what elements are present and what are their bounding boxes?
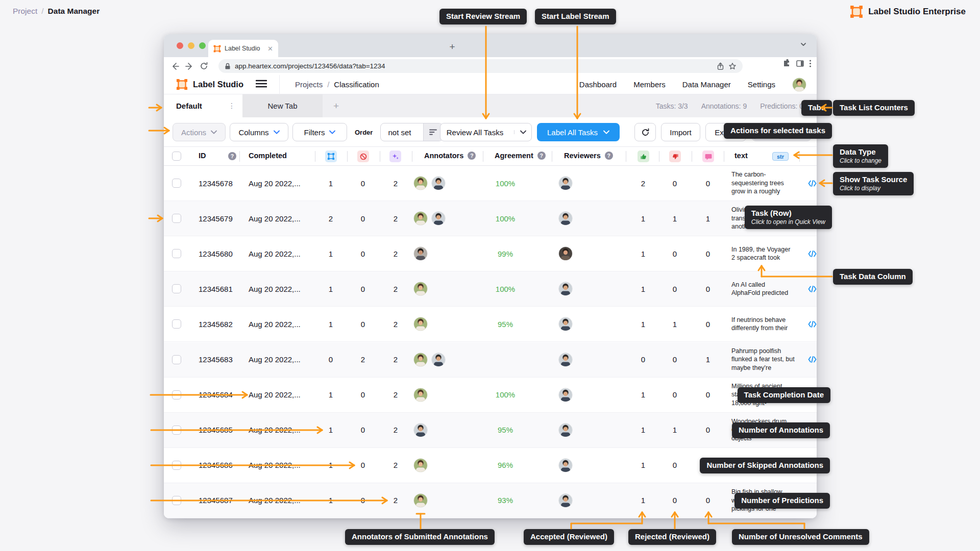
task-checkbox[interactable] <box>172 461 181 470</box>
order-control[interactable]: not set <box>380 123 443 141</box>
task-skipped-count: 0 <box>353 271 373 306</box>
task-text-data: The carbon-sequestering trees grow in a … <box>731 166 795 201</box>
task-id: 12345681 <box>199 271 247 306</box>
data-type-badge[interactable]: str <box>772 152 789 161</box>
view-tab-default[interactable]: Default ⋮ <box>164 94 242 117</box>
address-bar[interactable]: app.heartex.com/projects/123456/data?tab… <box>218 59 743 73</box>
task-row[interactable]: 12345684 Aug 20 2022,... 1 0 2 100% 1 0 … <box>164 378 817 413</box>
callout-num-annotations: Number of Annotations <box>732 422 830 438</box>
task-checkbox[interactable] <box>172 355 181 364</box>
column-header-text[interactable]: text <box>734 152 748 160</box>
new-tab-button[interactable]: + <box>446 41 459 53</box>
column-header-annotators[interactable]: Annotators? <box>424 152 476 160</box>
column-header-reviewers[interactable]: Reviewers? <box>564 152 613 160</box>
view-tab-new-tab[interactable]: New Tab <box>242 94 323 117</box>
bookmark-star-icon[interactable] <box>728 62 737 70</box>
task-checkbox[interactable] <box>172 214 181 223</box>
task-checkbox[interactable] <box>172 249 181 258</box>
column-header-agreement[interactable]: Agreement? <box>495 152 546 160</box>
actions-dropdown[interactable]: Actions <box>173 123 226 141</box>
task-accepted-count: 1 <box>633 378 653 412</box>
task-checkbox[interactable] <box>172 425 181 435</box>
add-view-tab-button[interactable]: + <box>333 101 339 112</box>
task-row[interactable]: 12345682 Aug 20 2022,... 1 0 2 95% 1 1 0… <box>164 307 817 342</box>
callout-task-data-column: Task Data Column <box>833 269 913 285</box>
columns-dropdown[interactable]: Columns <box>230 123 288 141</box>
task-accepted-count: 1 <box>633 483 653 518</box>
browser-tab[interactable]: Label Studio ✕ <box>208 40 278 57</box>
breadcrumb-projects-link[interactable]: Projects <box>295 80 323 89</box>
task-agreement <box>475 342 536 377</box>
tab-strip-chevron-icon[interactable] <box>799 40 807 51</box>
task-skipped-count: 0 <box>353 236 373 271</box>
show-source-code-icon[interactable] <box>803 307 817 341</box>
close-window-button[interactable] <box>177 42 183 49</box>
task-row[interactable]: 12345685 Aug 20 2022,... 1 0 2 95% 1 1 0… <box>164 413 817 448</box>
agreement-help-icon[interactable]: ? <box>537 152 546 160</box>
task-checkbox[interactable] <box>172 390 181 399</box>
user-avatar[interactable] <box>792 78 806 92</box>
task-annotations-count: 1 <box>321 166 341 201</box>
nav-settings[interactable]: Settings <box>748 80 775 89</box>
review-all-tasks-split-button[interactable]: Review All Tasks <box>440 123 532 141</box>
task-row[interactable]: 12345681 Aug 20 2022,... 1 0 2 100% 1 0 … <box>164 271 817 307</box>
skipped-annotations-icon[interactable] <box>357 151 369 162</box>
share-icon[interactable] <box>717 62 724 70</box>
callout-rejected: Rejected (Reviewed) <box>628 529 716 545</box>
tab-close-icon[interactable]: ✕ <box>267 45 273 53</box>
label-all-tasks-button[interactable]: Label All Tasks <box>537 123 620 141</box>
nav-dashboard[interactable]: Dashboard <box>579 80 617 89</box>
review-all-tasks-button[interactable]: Review All Tasks <box>440 128 509 137</box>
browser-menu-icon[interactable] <box>809 59 812 68</box>
label-options-chevron[interactable] <box>603 130 609 134</box>
annotations-count-icon[interactable] <box>325 151 337 162</box>
reviewers-help-icon[interactable]: ? <box>605 152 613 160</box>
filters-dropdown[interactable]: Filters <box>292 123 347 141</box>
review-options-chevron[interactable] <box>514 130 531 134</box>
order-value[interactable]: not set <box>381 128 419 137</box>
nav-members[interactable]: Members <box>633 80 666 89</box>
task-checkbox[interactable] <box>172 496 181 505</box>
task-skipped-count: 0 <box>353 201 373 236</box>
task-row[interactable]: 12345680 Aug 20 2022,... 1 0 2 99% 1 0 0… <box>164 236 817 271</box>
unresolved-comments-icon[interactable] <box>702 151 714 162</box>
breadcrumb-parent[interactable]: Project <box>13 7 37 16</box>
select-all-checkbox[interactable] <box>172 152 181 161</box>
task-checkbox[interactable] <box>172 319 181 329</box>
sidebar-toggle-icon[interactable] <box>796 59 804 68</box>
show-source-code-icon[interactable] <box>803 236 817 271</box>
zoom-window-button[interactable] <box>199 42 206 49</box>
show-source-code-icon[interactable] <box>803 166 817 201</box>
show-source-code-icon[interactable] <box>803 271 817 306</box>
column-header-id[interactable]: ID <box>199 152 206 160</box>
import-button[interactable]: Import <box>661 123 700 141</box>
task-row[interactable]: 12345679 Aug 20 2022,... 2 0 2 100% 1 1 … <box>164 201 817 236</box>
task-row[interactable]: 12345683 Aug 20 2022,... 0 2 2 0 0 1 Pah… <box>164 342 817 378</box>
extensions-puzzle-icon[interactable] <box>782 59 791 68</box>
refresh-button[interactable] <box>634 123 656 141</box>
column-header-completed[interactable]: Completed <box>249 152 287 160</box>
reload-button[interactable] <box>197 60 211 73</box>
annotator-avatar <box>431 176 446 190</box>
callout-num-predictions: Number of Predictions <box>734 493 830 509</box>
task-checkbox[interactable] <box>172 284 181 293</box>
back-button[interactable] <box>168 60 182 73</box>
task-checkbox[interactable] <box>172 179 181 188</box>
task-rejected-count: 0 <box>665 166 685 201</box>
task-text-data: In 1989, the Voyager 2 spacecraft took <box>731 236 795 271</box>
forward-button[interactable] <box>182 60 197 73</box>
callout-comments: Number of Unresolved Comments <box>732 529 869 545</box>
id-help-icon[interactable]: ? <box>228 152 236 160</box>
show-source-code-icon[interactable] <box>803 342 817 377</box>
task-row[interactable]: 12345678 Aug 20 2022,... 1 0 2 100% 2 0 … <box>164 166 817 201</box>
predictions-count-icon[interactable] <box>389 151 401 162</box>
label-studio-logo-icon[interactable] <box>176 79 188 90</box>
rejected-reviews-icon[interactable] <box>669 151 681 162</box>
hamburger-menu-icon[interactable] <box>256 80 267 90</box>
nav-data-manager[interactable]: Data Manager <box>682 80 731 89</box>
accepted-reviews-icon[interactable] <box>638 151 649 162</box>
task-row[interactable]: 12345687 Aug 20 2022,... 1 0 2 93% 1 0 0… <box>164 483 817 518</box>
tab-options-dots-icon[interactable]: ⋮ <box>228 105 235 107</box>
annotators-help-icon[interactable]: ? <box>468 152 476 160</box>
minimize-window-button[interactable] <box>188 42 194 49</box>
